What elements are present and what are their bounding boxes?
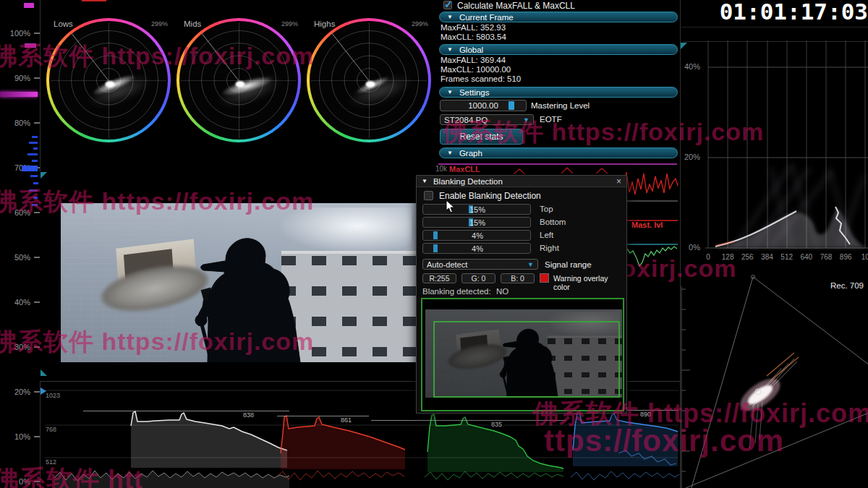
peak-marker-line: 838 xyxy=(83,411,289,411)
slider-track[interactable]: 4% xyxy=(422,243,531,254)
blue-level-bar xyxy=(22,166,38,171)
scale-label: 50% xyxy=(0,253,40,262)
graph-scale-label: 10k xyxy=(435,165,447,173)
slider-label: Bottom xyxy=(540,218,566,226)
x-tick-label: 128 xyxy=(718,253,738,261)
peak-marker-value: 835 xyxy=(489,421,504,428)
blue-mark xyxy=(29,142,38,144)
scale-tick xyxy=(34,391,40,393)
warning-overlay-label: Warning overlay color xyxy=(553,274,626,291)
stat-row: MaxFALL: 352.93 xyxy=(441,23,506,33)
blanking-slider-row: 4% Right xyxy=(417,243,628,254)
x-tick-label: 512 xyxy=(777,253,797,261)
scale-tick xyxy=(34,77,40,79)
dialog-title: Blanking Detection xyxy=(433,177,503,186)
peak-marker-line: 861 xyxy=(277,416,369,416)
calculate-maxfall-checkbox[interactable]: ✓ xyxy=(443,1,452,9)
level-label: 1023 xyxy=(46,392,60,399)
blue-mark xyxy=(32,160,38,162)
scale-label: 10% xyxy=(0,432,40,441)
slider-track[interactable]: 15% xyxy=(422,217,531,228)
close-icon[interactable]: × xyxy=(616,176,621,187)
current-frame-stats: MaxFALL: 352.93MaxCLL: 5803.54 xyxy=(441,23,506,42)
stat-row: MaxFALL: 369.44 xyxy=(441,56,521,65)
percent-scale: 100%90%80%70%60%50%40%30%20%10%0% xyxy=(0,29,40,486)
slider-track[interactable]: 15% xyxy=(422,204,531,215)
scale-label: 20% xyxy=(0,388,40,396)
warning-rgb-fields: R:255G: 0B: 0 xyxy=(422,273,535,283)
section-header-current-frame[interactable]: ▼Current Frame xyxy=(439,12,678,22)
x-tick-label: 384 xyxy=(757,253,778,261)
chevron-down-icon: ▼ xyxy=(523,116,529,124)
magenta-level-bar xyxy=(0,92,38,97)
vectorscope-row: Lows 299% Mids 299% xyxy=(46,18,437,145)
reset-stats-button[interactable]: Reset stats xyxy=(440,129,523,145)
trace-core xyxy=(365,81,375,87)
scope-gain-label: 299% xyxy=(151,20,168,27)
peak-marker-value: 890 xyxy=(638,411,653,418)
blanking-region-rect xyxy=(433,321,620,398)
section-header-settings[interactable]: ▼Settings xyxy=(439,87,678,98)
warning-color-swatch[interactable] xyxy=(540,273,549,283)
graph-series-label: MaxCLL xyxy=(449,165,480,174)
level-marker-icon[interactable] xyxy=(41,388,46,395)
magenta-mark xyxy=(25,43,36,48)
slider-value: 15% xyxy=(423,205,532,214)
pixel-histogram xyxy=(684,30,868,264)
collapse-triangle-icon: ▼ xyxy=(447,150,453,156)
rgb-value-field[interactable]: R:255 xyxy=(422,273,456,283)
collapse-triangle-icon: ▼ xyxy=(447,46,453,53)
x-tick-label: 256 xyxy=(737,253,757,261)
section-header-graph[interactable]: ▼Graph xyxy=(439,147,678,158)
scale-label: 100% xyxy=(0,29,40,38)
resize-handle[interactable] xyxy=(41,369,47,376)
scale-tick xyxy=(34,481,40,482)
stat-row: MaxCLL: 10000.00 xyxy=(441,65,521,74)
x-tick-label: 768 xyxy=(816,253,836,261)
slider-value: 4% xyxy=(423,244,532,253)
video-frame xyxy=(61,203,416,362)
vectorscope: Highs 299% xyxy=(307,18,431,142)
level-label: 768 xyxy=(46,426,56,433)
resize-handle[interactable] xyxy=(41,172,47,179)
blue-mark xyxy=(33,182,38,184)
scope-gain-label: 299% xyxy=(281,20,298,27)
slider-label: Top xyxy=(540,205,553,213)
y-tick-label: 0% xyxy=(678,243,700,252)
chevron-down-icon: ▼ xyxy=(527,261,534,268)
slider-value: 4% xyxy=(423,231,532,240)
slider-value: 15% xyxy=(423,218,532,227)
rgb-value-field[interactable]: B: 0 xyxy=(501,273,535,283)
scale-label: 90% xyxy=(0,74,40,82)
peak-marker-line: 835 xyxy=(371,420,566,421)
collapse-triangle-icon: ▼ xyxy=(447,14,453,20)
x-tick-label: 10 xyxy=(855,253,868,261)
scale-label: 30% xyxy=(0,343,40,351)
rgb-value-field[interactable]: G: 0 xyxy=(461,273,495,283)
collapse-triangle-icon: ▼ xyxy=(447,89,453,95)
mouse-cursor xyxy=(446,200,456,214)
slider-track[interactable]: 4% xyxy=(422,230,531,241)
gamut-standard-label: Rec. 709 xyxy=(830,281,864,290)
trace-core xyxy=(105,81,114,87)
enable-blanking-checkbox[interactable] xyxy=(424,191,433,200)
eotf-dropdown[interactable]: ST2084 PQ▼ xyxy=(440,114,534,125)
blanking-preview xyxy=(421,298,624,411)
blanking-detected-value: NO xyxy=(496,287,509,296)
blue-mark xyxy=(30,175,38,177)
blue-mark xyxy=(32,136,38,138)
y-tick-label: 40% xyxy=(678,62,700,71)
stat-row: Frames scanned: 510 xyxy=(441,74,521,84)
magenta-mark xyxy=(24,3,34,8)
slider-label: Left xyxy=(540,231,553,239)
boom-operator-silhouette xyxy=(61,203,416,362)
vectorscope: Lows 299% xyxy=(46,18,171,142)
signal-range-dropdown[interactable]: Auto-detect▼ xyxy=(422,259,538,270)
scale-tick xyxy=(34,212,40,213)
level-label: 512 xyxy=(46,458,56,466)
mastering-level-handle[interactable] xyxy=(509,101,514,110)
check-icon: ✓ xyxy=(444,0,453,10)
dialog-title-bar[interactable]: ▼ Blanking Detection × xyxy=(417,176,626,187)
section-header-global[interactable]: ▼Global xyxy=(439,44,678,55)
scopes-application: 100%90%80%70%60%50%40%30%20%10%0% xyxy=(0,0,868,488)
